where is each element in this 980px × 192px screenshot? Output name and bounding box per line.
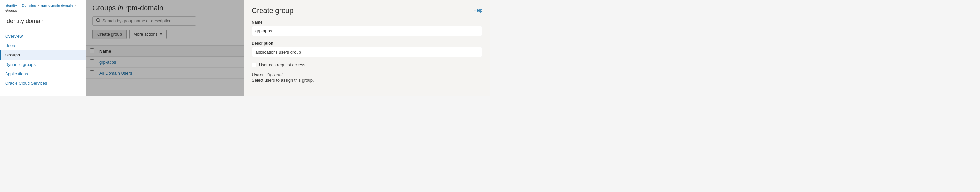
identity-domain-title: Identity domain [0,15,86,29]
users-section-title: Users Optional [252,72,482,77]
checkbox-label[interactable]: User can request access [259,62,305,67]
sidebar-item-applications[interactable]: Applications [0,69,86,78]
name-label: Name [252,20,482,25]
help-link[interactable]: Help [474,8,482,13]
drawer-body: Name Description User can request access… [244,20,490,96]
breadcrumb-rpm-domain[interactable]: rpm-domain domain [41,3,73,8]
sidebar-item-users[interactable]: Users [0,41,86,50]
sidebar-item-groups[interactable]: Groups [0,50,86,60]
users-section-desc: Select users to assign this group. [252,78,482,83]
description-label: Description [252,41,482,46]
breadcrumb-sep-1: › [19,3,20,8]
breadcrumb: Identity › Domains › rpm-domain domain ›… [0,0,86,15]
form-group-name: Name [252,20,482,36]
name-input[interactable] [252,26,482,36]
checkbox-row: User can request access [252,62,482,67]
drawer-header: Create group Help [244,0,490,20]
sidebar-nav: Overview Users Groups Dynamic groups App… [0,29,86,91]
users-optional: Optional [267,72,282,77]
drawer: Create group Help Name Description User … [244,0,490,96]
users-label: Users [252,72,264,77]
sidebar-item-overview[interactable]: Overview [0,32,86,41]
form-group-description: Description [252,41,482,57]
breadcrumb-identity[interactable]: Identity [5,3,16,8]
sidebar-item-oracle-cloud-services[interactable]: Oracle Cloud Services [0,78,86,88]
overlay-dimmer [86,0,244,96]
breadcrumb-groups: Groups [5,8,17,12]
description-input[interactable] [252,47,482,57]
main-content: Groups in rpm-domain Create group More a… [86,0,244,96]
breadcrumb-domains[interactable]: Domains [22,3,36,8]
sidebar-item-dynamic-groups[interactable]: Dynamic groups [0,60,86,69]
user-request-access-checkbox[interactable] [252,62,256,67]
users-section: Users Optional Select users to assign th… [252,72,482,83]
drawer-title: Create group [252,6,293,15]
left-panel: Identity › Domains › rpm-domain domain ›… [0,0,86,96]
breadcrumb-sep-3: › [75,3,76,8]
breadcrumb-sep-2: › [38,3,39,8]
